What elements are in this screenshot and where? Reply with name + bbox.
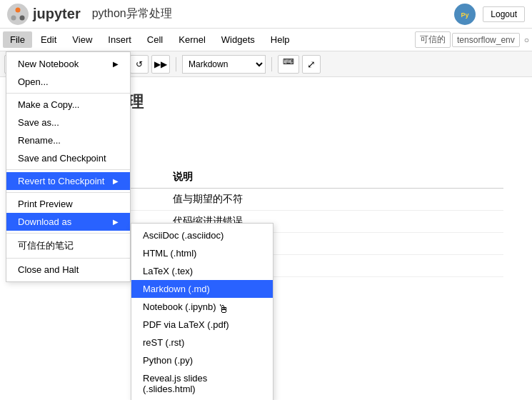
table-cell: 值与期望的不符	[166, 189, 503, 211]
reveal-item[interactable]: Reveal.js slides (.slides.html)	[131, 369, 273, 398]
trusted-badge[interactable]: 可信的	[415, 31, 451, 48]
notebook-title[interactable]: python异常处理	[92, 6, 455, 21]
markdown-item[interactable]: Markdown (.md)	[131, 280, 273, 298]
cell-type-select[interactable]: Markdown Code Raw NBConvert Heading	[182, 55, 266, 74]
menu-file[interactable]: File	[3, 31, 32, 48]
save-as-item[interactable]: Save as...	[6, 114, 130, 131]
new-notebook-item[interactable]: New Notebook ▶	[6, 55, 130, 73]
expand-button[interactable]: ⤢	[302, 55, 321, 74]
print-preview-item[interactable]: Print Preview	[6, 195, 130, 213]
svg-point-0	[16, 7, 21, 12]
menu-insert[interactable]: Insert	[101, 31, 139, 48]
menu-help[interactable]: Help	[264, 31, 297, 48]
menu-bar: File Edit View Insert Cell Kernel Widget…	[0, 29, 532, 51]
sep-5	[6, 258, 130, 259]
jupyter-text: jupyter	[33, 6, 81, 22]
file-dropdown: New Notebook ▶ Open... Make a Copy... Sa…	[6, 51, 131, 282]
notebook-item[interactable]: Notebook (.ipynb)	[131, 298, 273, 316]
rest-item[interactable]: reST (.rst)	[131, 334, 273, 351]
keyboard-shortcuts-button[interactable]: ⌨	[278, 55, 299, 74]
python-kernel-icon: Py	[454, 4, 476, 25]
open-item[interactable]: Open...	[6, 73, 130, 91]
asciidoc-item[interactable]: AsciiDoc (.asciidoc)	[131, 226, 273, 244]
jupyter-logo: jupyter	[7, 4, 81, 25]
menu-kernel[interactable]: Kernel	[171, 31, 213, 48]
python-item[interactable]: Python (.py)	[131, 351, 273, 369]
svg-text:Py: Py	[461, 11, 469, 19]
menu-widgets[interactable]: Widgets	[214, 31, 262, 48]
html-item[interactable]: HTML (.html)	[131, 244, 273, 262]
save-checkpoint-item[interactable]: Save and Checkpoint	[6, 149, 130, 167]
col2-header: 说明	[166, 166, 503, 189]
make-copy-item[interactable]: Make a Copy...	[6, 96, 130, 114]
revert-checkpoint-item[interactable]: Revert to Checkpoint ▶	[6, 172, 130, 190]
restart-run-button[interactable]: ▶▶	[151, 55, 170, 74]
latex-item[interactable]: LaTeX (.tex)	[131, 262, 273, 280]
sep-1	[6, 93, 130, 94]
pdf-item[interactable]: PDF via LaTeX (.pdf)	[131, 316, 273, 334]
rename-item[interactable]: Rename...	[6, 131, 130, 149]
sep-4	[6, 233, 130, 234]
menu-edit[interactable]: Edit	[34, 31, 64, 48]
download-as-arrow: ▶	[113, 218, 119, 226]
download-submenu: AsciiDoc (.asciidoc) HTML (.html) LaTeX …	[131, 223, 273, 400]
restart-button[interactable]: ↺	[130, 55, 149, 74]
svg-point-1	[11, 15, 16, 20]
kernel-name: tensorflow_env	[452, 33, 520, 47]
jupyter-logo-icon	[7, 4, 29, 25]
new-notebook-arrow: ▶	[113, 60, 119, 68]
logout-button[interactable]: Logout	[483, 6, 525, 22]
sep-3	[6, 192, 130, 193]
menu-cell[interactable]: Cell	[140, 31, 170, 48]
sep-2	[6, 169, 130, 170]
menu-view[interactable]: View	[65, 31, 99, 48]
trusted-notebook-item[interactable]: 可信任的笔记	[6, 236, 130, 256]
close-halt-item[interactable]: Close and Halt	[6, 261, 130, 279]
toolbar-sep-4	[271, 57, 272, 71]
top-bar: jupyter python异常处理 Py Logout	[0, 0, 532, 29]
revert-checkpoint-arrow: ▶	[113, 177, 119, 185]
svg-point-2	[20, 15, 25, 20]
toolbar-sep-3	[176, 57, 176, 71]
download-as-item[interactable]: Download as ▶	[6, 213, 130, 231]
top-bar-right: Py Logout	[454, 4, 525, 25]
kernel-indicator: ○	[524, 35, 529, 45]
